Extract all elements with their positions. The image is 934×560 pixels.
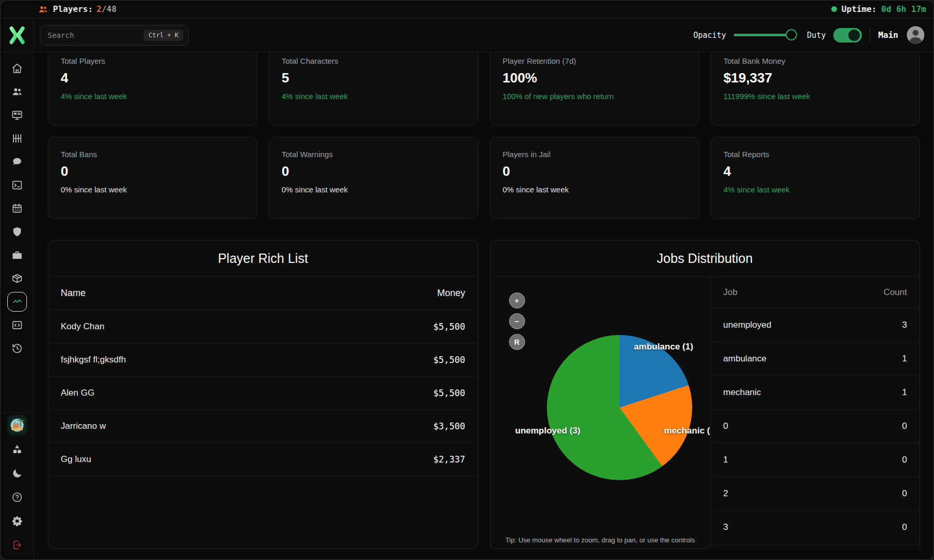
search-input[interactable]: Search Ctrl + K xyxy=(40,25,189,46)
player-name: fsjhkgsf fl;gksdfh xyxy=(61,355,126,365)
shield-icon xyxy=(11,226,23,237)
jobs-table-row[interactable]: 1 0 xyxy=(711,443,919,477)
sidebar-item-logout[interactable] xyxy=(6,533,29,557)
panels-row: Player Rich List Name Money Kody Chan $5… xyxy=(48,240,920,549)
stat-label: Total Characters xyxy=(282,57,465,65)
rich-list-title: Player Rich List xyxy=(48,241,478,277)
jobs-table-row[interactable]: ambulance 1 xyxy=(711,342,919,376)
sidebar-item-dev[interactable] xyxy=(6,313,29,337)
sidebar-item-settings[interactable] xyxy=(6,509,29,533)
stat-value: 4 xyxy=(723,163,907,179)
col-money: Money xyxy=(437,288,465,299)
pie-slice-label: mechanic (1) xyxy=(664,426,710,436)
jobs-table: Job Count unemployed 3 ambulance 1 xyxy=(711,277,919,544)
toolbar-controls: Opacity Duty Main xyxy=(693,25,933,45)
job-count: 1 xyxy=(902,387,907,398)
sidebar-item-players[interactable] xyxy=(6,80,29,103)
stat-value: 5 xyxy=(282,70,465,86)
jobs-table-row[interactable]: 0 0 xyxy=(711,410,919,443)
home-icon xyxy=(11,63,23,74)
zoom-out-button[interactable]: − xyxy=(509,313,525,329)
briefcase-icon xyxy=(11,249,23,261)
online-status-dot xyxy=(831,6,837,12)
stat-subtext: 4% since last week xyxy=(282,92,465,101)
stat-label: Total Players xyxy=(61,57,244,65)
jobs-pie-chart[interactable] xyxy=(547,335,692,480)
duty-toggle[interactable] xyxy=(833,28,862,43)
job-name: mechanic xyxy=(723,387,761,398)
chat-bubble-icon xyxy=(11,156,23,167)
opacity-slider-thumb[interactable] xyxy=(786,29,797,40)
stat-label: Total Bank Money xyxy=(723,57,907,65)
rich-list-row[interactable]: Alen GG $5,500 xyxy=(48,376,478,410)
player-money: $2,337 xyxy=(433,454,465,465)
admin-dashboard-window: Players: 2/48 Uptime: 0d 6h 17m Search xyxy=(0,0,934,560)
main-content: Total Players 4 4% since last week Total… xyxy=(34,52,933,560)
sidebar-item-analytics[interactable] xyxy=(7,292,27,312)
help-icon xyxy=(11,492,23,503)
opacity-slider[interactable] xyxy=(734,34,795,36)
stat-value: 0 xyxy=(503,163,686,179)
sidebar-item-inventory[interactable] xyxy=(6,267,29,290)
package-icon xyxy=(11,273,23,284)
col-count: Count xyxy=(884,287,907,298)
zoom-reset-button[interactable]: R xyxy=(509,334,525,350)
col-name: Name xyxy=(61,288,86,299)
toolbar: Search Ctrl + K Opacity Duty Main xyxy=(1,18,933,52)
player-rich-list-panel: Player Rich List Name Money Kody Chan $5… xyxy=(48,240,478,549)
jobs-table-row[interactable]: unemployed 3 xyxy=(711,309,919,342)
sidebar-item-moderation[interactable] xyxy=(6,220,29,243)
rich-list-row[interactable]: fsjhkgsf fl;gksdfh $5,500 xyxy=(48,343,478,376)
sidebar-item-help[interactable] xyxy=(6,485,29,509)
sidebar-item-jail[interactable] xyxy=(6,127,29,150)
app-logo[interactable] xyxy=(1,18,34,52)
player-money: $3,500 xyxy=(433,421,465,431)
sidebar-item-history[interactable] xyxy=(6,337,29,360)
sidebar-item-chat[interactable] xyxy=(6,150,29,173)
user-avatar-icon[interactable] xyxy=(906,25,925,45)
player-name: Jarricano w xyxy=(61,421,106,431)
players-max: /48 xyxy=(102,4,117,14)
jobs-table-row[interactable]: mechanic 1 xyxy=(711,376,919,410)
pie-zoom-controls: + − R xyxy=(509,292,525,350)
jobs-pie-chart-area[interactable]: + − R Tip: Use mouse wheel to zoom, drag… xyxy=(490,277,711,549)
stat-card-total-warnings: Total Warnings 0 0% since last week xyxy=(269,137,478,219)
sidebar-item-jobs[interactable] xyxy=(6,243,29,267)
job-count: 3 xyxy=(902,320,907,330)
jobs-title: Jobs Distribution xyxy=(490,241,920,277)
stat-value: 100% xyxy=(503,70,686,86)
activity-icon xyxy=(12,296,23,307)
rich-list-row[interactable]: Jarricano w $3,500 xyxy=(48,410,478,443)
sidebar-item-home[interactable] xyxy=(6,57,29,80)
player-money: $5,500 xyxy=(433,321,465,332)
sidebar-item-calendar[interactable] xyxy=(6,197,29,220)
rich-list-row[interactable]: Gg luxu $2,337 xyxy=(48,443,478,476)
sidebar-item-console[interactable] xyxy=(6,173,29,197)
stat-card-total-characters: Total Characters 5 4% since last week xyxy=(269,52,478,125)
stat-card-total-bans: Total Bans 0 0% since last week xyxy=(48,137,257,219)
rich-list-row[interactable]: Kody Chan $5,500 xyxy=(48,310,478,343)
stat-value: 0 xyxy=(61,163,244,179)
job-name: 2 xyxy=(723,488,728,499)
pie-chart-tip: Tip: Use mouse wheel to zoom, drag to pa… xyxy=(490,536,710,544)
stat-subtext: 111999% since last week xyxy=(723,92,907,101)
status-bar: Players: 2/48 Uptime: 0d 6h 17m xyxy=(1,1,933,18)
users-icon xyxy=(11,86,23,97)
stat-value: 4 xyxy=(61,70,244,86)
players-label: Players: xyxy=(53,4,93,14)
stat-label: Player Retention (7d) xyxy=(503,57,686,65)
sidebar-item-monitor[interactable] xyxy=(6,103,29,127)
sidebar-item-dark-mode[interactable] xyxy=(6,461,29,485)
jobs-table-row[interactable]: 2 0 xyxy=(711,477,919,511)
zoom-in-button[interactable]: + xyxy=(509,292,525,309)
server-avatar[interactable] xyxy=(7,415,28,436)
job-name: 0 xyxy=(723,421,728,431)
sidebar-bottom-group xyxy=(1,412,34,560)
job-name: ambulance xyxy=(723,354,766,364)
sidebar-item-shapes[interactable] xyxy=(6,438,29,461)
players-icon xyxy=(38,4,48,15)
player-name: Gg luxu xyxy=(61,454,91,465)
stat-card-total-bank-money: Total Bank Money $19,337 111999% since l… xyxy=(710,52,920,125)
jobs-table-row[interactable]: 3 0 xyxy=(711,511,919,544)
uptime-value: 0d 6h 17m xyxy=(881,4,926,14)
